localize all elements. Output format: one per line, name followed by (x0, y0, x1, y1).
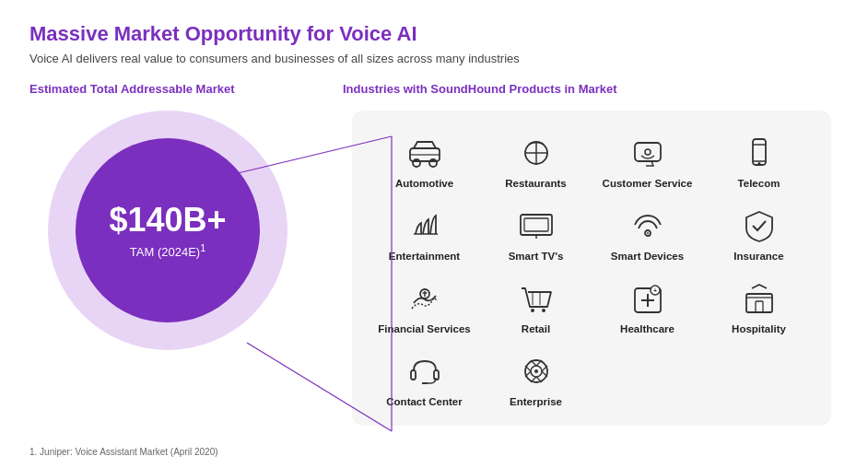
svg-point-23 (531, 309, 534, 312)
industry-item-retail: Retail (482, 273, 590, 340)
industries-box: Automotive Restaurants Customer Service … (352, 111, 831, 426)
svg-rect-33 (756, 301, 763, 312)
telecom-icon (739, 135, 780, 171)
svg-rect-15 (524, 218, 548, 231)
footnote: 1. Juniper: Voice Assistant Market (Apri… (29, 447, 218, 457)
industry-label: Financial Services (378, 322, 470, 336)
financial-services-icon (405, 280, 445, 317)
industry-label: Insurance (733, 250, 783, 263)
outer-ring: $140B+ TAM (2024E)1 (48, 111, 287, 350)
industry-item-financial-services: Financial Services (370, 273, 478, 340)
svg-point-19 (647, 232, 649, 234)
subtitle: Voice AI delivers real value to consumer… (29, 52, 839, 65)
svg-rect-32 (746, 294, 772, 312)
content-row: Estimated Total Addressable Market $140B… (29, 82, 839, 426)
restaurants-icon (516, 135, 557, 171)
svg-point-39 (534, 369, 538, 373)
insurance-icon (739, 207, 780, 244)
svg-point-8 (645, 149, 651, 155)
industry-label: Telecom (738, 177, 780, 191)
right-section: Industries with SoundHound Products in M… (343, 82, 839, 426)
industry-label: Contact Center (386, 395, 462, 409)
inner-circle: $140B+ TAM (2024E)1 (76, 138, 260, 322)
industry-item-smart-tv-s: Smart TV's (482, 200, 590, 267)
industries-grid: Automotive Restaurants Customer Service … (370, 127, 813, 413)
industry-item-telecom: Telecom (705, 127, 813, 194)
industry-item-enterprise: Enterprise (482, 345, 590, 413)
industry-label: Customer Service (603, 177, 693, 191)
enterprise-icon (516, 353, 557, 390)
industry-item-healthcare: + Healthcare (593, 273, 701, 340)
left-section: Estimated Total Addressable Market $140B… (29, 82, 343, 350)
svg-point-12 (757, 162, 760, 165)
contact-center-icon (405, 353, 445, 390)
industry-label: Entertainment (389, 250, 460, 263)
automotive-icon (405, 135, 445, 171)
smart-tv-s-icon (516, 207, 557, 244)
page-container: Massive Market Opportunity for Voice AI … (0, 0, 868, 468)
svg-point-24 (542, 309, 545, 312)
smart-devices-icon (628, 207, 668, 244)
industry-item-smart-devices: Smart Devices (593, 200, 701, 267)
industry-item-customer-service: Customer Service (593, 127, 701, 194)
industry-label: Retail (522, 322, 550, 336)
industry-item-restaurants: Restaurants (482, 127, 590, 194)
hospitality-icon (739, 280, 780, 317)
industry-label: Automotive (395, 177, 453, 191)
healthcare-icon: + (628, 280, 668, 317)
svg-text:+: + (653, 287, 657, 294)
industry-item-contact-center: Contact Center (370, 345, 478, 413)
industry-item-entertainment: Entertainment (370, 200, 478, 267)
industry-label: Enterprise (510, 395, 562, 409)
industry-label: Restaurants (505, 177, 566, 191)
retail-icon (516, 280, 557, 317)
right-section-label: Industries with SoundHound Products in M… (343, 82, 617, 96)
customer-service-icon (628, 135, 668, 171)
industry-item-automotive: Automotive (370, 127, 478, 194)
industry-label: Smart Devices (611, 250, 684, 263)
left-section-label: Estimated Total Addressable Market (29, 82, 235, 96)
industry-item-hospitality: Hospitality (705, 273, 813, 340)
industry-label: Hospitality (732, 322, 786, 336)
tam-amount: $140B+ (109, 202, 226, 239)
svg-rect-14 (521, 215, 552, 235)
industry-label: Smart TV's (509, 250, 564, 263)
main-title: Massive Market Opportunity for Voice AI (29, 22, 839, 46)
svg-rect-34 (411, 370, 416, 380)
circle-container: $140B+ TAM (2024E)1 (48, 111, 287, 350)
industry-item-insurance: Insurance (705, 200, 813, 267)
entertainment-icon (405, 207, 445, 244)
tam-label: TAM (2024E)1 (130, 242, 205, 259)
industry-label: Healthcare (620, 322, 674, 336)
